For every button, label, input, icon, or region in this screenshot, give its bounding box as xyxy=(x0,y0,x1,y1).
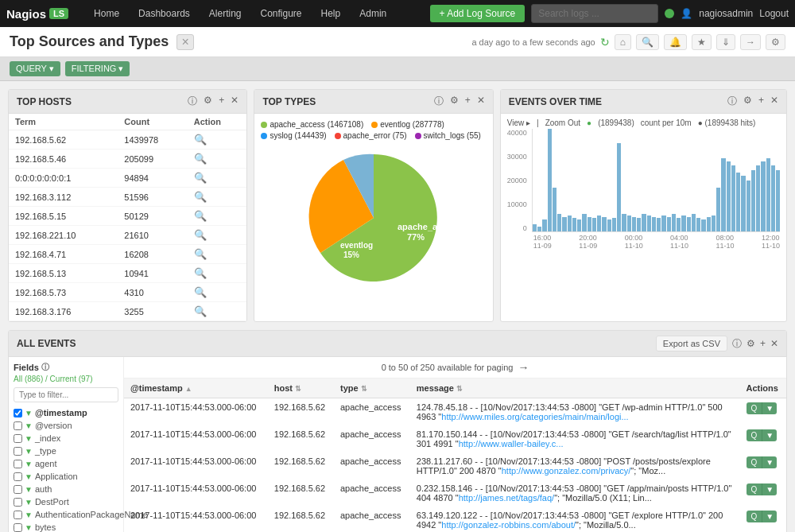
refresh-button[interactable]: ↻ xyxy=(600,36,610,49)
top-types-add-icon[interactable]: + xyxy=(465,95,471,108)
col-host-header[interactable]: host ⇅ xyxy=(268,379,334,398)
action-dropdown-button[interactable]: ▼ xyxy=(762,483,777,495)
view-label[interactable]: View ▸ xyxy=(507,118,530,127)
col-type-header[interactable]: type ⇅ xyxy=(334,379,410,398)
top-types-settings-icon[interactable]: ⚙ xyxy=(450,95,459,108)
field-funnel-icon[interactable]: ▼ xyxy=(25,447,33,456)
field-checkbox[interactable] xyxy=(14,434,22,443)
chart-bar[interactable] xyxy=(637,218,641,231)
export-csv-button[interactable]: Export as CSV xyxy=(656,336,727,351)
chart-bar[interactable] xyxy=(667,217,671,231)
action-dropdown-button[interactable]: ▼ xyxy=(762,456,777,468)
action-dropdown-button[interactable]: ▼ xyxy=(762,429,777,441)
chart-bar[interactable] xyxy=(602,217,606,231)
chart-bar[interactable] xyxy=(727,161,731,231)
chart-bar[interactable] xyxy=(766,158,770,231)
chart-bar[interactable] xyxy=(642,214,646,231)
filtering-tag[interactable]: FILTERING ▾ xyxy=(65,61,130,76)
action-dropdown-button[interactable]: ▼ xyxy=(762,402,777,414)
chart-bar[interactable] xyxy=(627,216,631,231)
chart-bar[interactable] xyxy=(557,214,561,231)
chart-bar[interactable] xyxy=(572,218,576,231)
fields-all[interactable]: All (886) xyxy=(14,375,43,383)
query-tag[interactable]: QUERY ▾ xyxy=(10,61,60,76)
field-checkbox[interactable] xyxy=(14,511,22,519)
chart-bar[interactable] xyxy=(582,214,586,231)
chart-bar[interactable] xyxy=(736,173,740,231)
field-checkbox[interactable] xyxy=(14,421,22,430)
top-hosts-settings-icon[interactable]: ⚙ xyxy=(204,95,212,108)
fields-info-icon[interactable]: ⓘ xyxy=(41,362,49,373)
chart-bar[interactable] xyxy=(537,227,541,231)
host-action[interactable]: 🔍 xyxy=(188,188,247,207)
events-info-icon[interactable]: ⓘ xyxy=(727,95,737,108)
field-checkbox[interactable] xyxy=(14,498,22,507)
chart-bar[interactable] xyxy=(533,224,537,231)
field-funnel-icon[interactable]: ▼ xyxy=(25,409,33,417)
chart-bar[interactable] xyxy=(756,165,760,231)
chart-bar[interactable] xyxy=(612,218,616,231)
nav-admin[interactable]: Admin xyxy=(350,0,396,27)
host-action[interactable]: 🔍 xyxy=(188,302,247,321)
host-action[interactable]: 🔍 xyxy=(188,264,247,283)
export-icon-btn[interactable]: ⇓ xyxy=(716,34,735,50)
chart-bar[interactable] xyxy=(652,217,656,231)
top-hosts-add-icon[interactable]: + xyxy=(219,95,224,108)
host-action[interactable]: 🔍 xyxy=(188,283,247,302)
search-icon-btn[interactable]: 🔍 xyxy=(636,34,659,50)
host-action[interactable]: 🔍 xyxy=(188,169,247,188)
field-funnel-icon[interactable]: ▼ xyxy=(25,421,33,430)
action-search-button[interactable]: Q xyxy=(747,402,762,414)
host-action[interactable]: 🔍 xyxy=(188,130,247,150)
events-close-icon[interactable]: ✕ xyxy=(770,95,778,108)
chart-bar[interactable] xyxy=(568,216,572,231)
nav-logout[interactable]: Logout xyxy=(759,8,789,19)
add-log-source-button[interactable]: + Add Log Source xyxy=(430,5,525,22)
action-search-button[interactable]: Q xyxy=(747,429,762,441)
settings-icon-btn[interactable]: ⚙ xyxy=(766,34,785,50)
chart-bar[interactable] xyxy=(761,161,765,231)
col-message-header[interactable]: message ⇅ xyxy=(410,379,740,398)
field-filter-input[interactable] xyxy=(14,387,118,402)
field-funnel-icon[interactable]: ▼ xyxy=(25,485,33,494)
chart-bar[interactable] xyxy=(681,216,685,231)
chart-bar[interactable] xyxy=(617,143,621,231)
home-icon-btn[interactable]: ⌂ xyxy=(615,34,631,50)
nav-alerting[interactable]: Alerting xyxy=(200,0,251,27)
field-funnel-icon[interactable]: ▼ xyxy=(25,511,33,519)
close-page-button[interactable]: × xyxy=(176,34,193,50)
chart-bar[interactable] xyxy=(577,219,581,231)
field-checkbox[interactable] xyxy=(14,409,22,417)
field-checkbox[interactable] xyxy=(14,472,22,481)
chart-bar[interactable] xyxy=(687,217,691,231)
field-checkbox[interactable] xyxy=(14,447,22,456)
nav-help[interactable]: Help xyxy=(312,0,351,27)
field-funnel-icon[interactable]: ▼ xyxy=(25,523,33,532)
chart-bar[interactable] xyxy=(701,219,705,231)
chart-bar[interactable] xyxy=(657,218,661,231)
fields-current[interactable]: Current (97) xyxy=(50,375,93,383)
top-types-info-icon[interactable]: ⓘ xyxy=(434,95,444,108)
field-checkbox[interactable] xyxy=(14,460,22,468)
chart-bar[interactable] xyxy=(622,214,626,231)
nav-dashboards[interactable]: Dashboards xyxy=(129,0,200,27)
host-action[interactable]: 🔍 xyxy=(188,226,247,245)
chart-bar[interactable] xyxy=(712,216,716,231)
action-search-button[interactable]: Q xyxy=(747,456,762,468)
chart-bar[interactable] xyxy=(771,165,775,231)
nav-home[interactable]: Home xyxy=(84,0,129,27)
chart-bar[interactable] xyxy=(721,158,725,231)
bell-icon-btn[interactable]: 🔔 xyxy=(664,34,687,50)
col-timestamp-header[interactable]: @timestamp ▲ xyxy=(124,379,268,398)
message-link[interactable]: http://www.miles.org/categories/main/mai… xyxy=(441,412,628,421)
chart-bar[interactable] xyxy=(607,219,611,231)
chart-bar[interactable] xyxy=(597,216,601,231)
events-add-icon[interactable]: + xyxy=(758,95,764,108)
chart-bar[interactable] xyxy=(672,214,676,231)
field-funnel-icon[interactable]: ▼ xyxy=(25,498,33,507)
field-funnel-icon[interactable]: ▼ xyxy=(25,460,33,468)
chart-bar[interactable] xyxy=(548,129,552,231)
bookmark-icon-btn[interactable]: ★ xyxy=(692,34,712,50)
field-funnel-icon[interactable]: ▼ xyxy=(25,472,33,481)
message-link[interactable]: http://gonzalez-robbins.com/about/ xyxy=(441,520,576,530)
